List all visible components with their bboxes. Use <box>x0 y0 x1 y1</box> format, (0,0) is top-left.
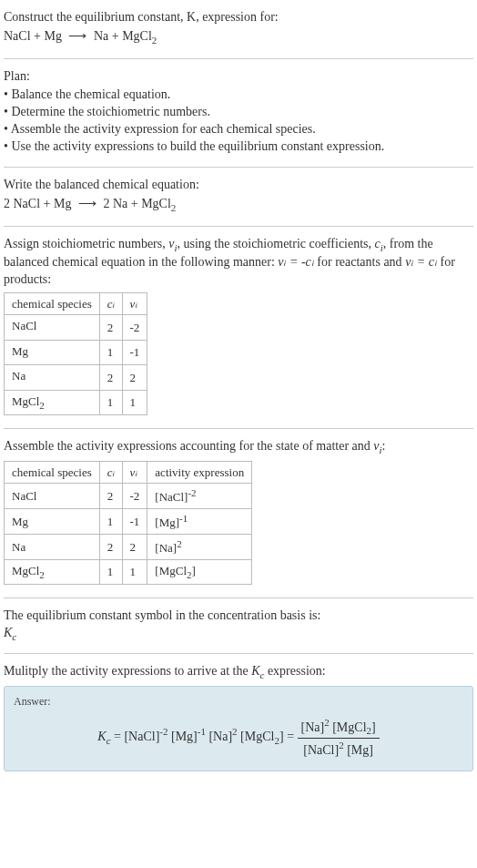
species-name: Mg <box>12 344 28 358</box>
cell-ci: 1 <box>99 509 122 535</box>
unbalanced-equation: NaCl + Mg ⟶ Na + MgCl2 <box>4 26 473 49</box>
cell-species: MgCl2 <box>5 560 100 585</box>
plan-item: Use the activity expressions to build th… <box>4 138 473 156</box>
table-row: NaCl 2 -2 [NaCl]-2 <box>5 484 252 509</box>
nu-eq-neg-c: νᵢ = -cᵢ <box>278 255 314 269</box>
answer-expression: Kc = [NaCl]-2 [Mg]-1 [Na]2 [MgCl2] = [Na… <box>14 712 463 763</box>
table-row: MgCl2 1 1 <box>5 390 147 414</box>
col-nui: νᵢ <box>122 292 147 315</box>
prompt-text: Construct the equilibrium constant, K, e… <box>4 9 473 26</box>
answer-label: Answer: <box>14 694 463 709</box>
reaction-arrow-icon: ⟶ <box>65 28 90 46</box>
eq-rhs: Na + MgCl <box>94 29 152 43</box>
multiply-text2: expression: <box>264 664 325 678</box>
plan-section: Plan: Balance the chemical equation. Det… <box>4 63 473 163</box>
num2-close: ] <box>371 720 376 734</box>
table-row: MgCl2 1 1 [MgCl2] <box>5 560 252 585</box>
col-ci: cᵢ <box>99 461 122 484</box>
divider <box>4 58 473 59</box>
divider <box>4 428 473 429</box>
species-sub: 2 <box>39 569 45 580</box>
species-name: NaCl <box>12 319 36 332</box>
num2: [MgCl <box>330 720 367 734</box>
term3: [Na] <box>206 730 232 743</box>
plan-list: Balance the chemical equation. Determine… <box>4 87 473 156</box>
eq-lhs: NaCl + Mg <box>4 29 62 43</box>
col-species: chemical species <box>5 292 100 315</box>
answer-box: Answer: Kc = [NaCl]-2 [Mg]-1 [Na]2 [MgCl… <box>4 686 473 771</box>
kc-symbol: Kc <box>4 625 473 644</box>
stoich-intro-text2: , using the stoichiometric coefficients, <box>177 237 374 250</box>
cell-nui: 1 <box>122 560 147 585</box>
species-name: MgCl <box>12 564 39 577</box>
kc-k: K <box>251 664 259 678</box>
term2: [Mg] <box>168 730 198 743</box>
cell-nui: -1 <box>122 340 147 364</box>
fraction-numerator: [Na]2 [MgCl2] <box>298 716 380 739</box>
col-ci: cᵢ <box>99 292 122 315</box>
table-row: NaCl 2 -2 <box>5 315 147 340</box>
plan-title: Plan: <box>4 68 473 86</box>
multiply-line: Mulitply the activity expressions to arr… <box>4 663 473 682</box>
multiply-text1: Mulitply the activity expressions to arr… <box>4 664 251 678</box>
table-header-row: chemical species cᵢ νᵢ <box>5 292 147 315</box>
plan-item: Balance the chemical equation. <box>4 87 473 104</box>
basis-section: The equilibrium constant symbol in the c… <box>4 602 473 649</box>
species-name: MgCl <box>12 394 39 408</box>
multiply-section: Mulitply the activity expressions to arr… <box>4 658 473 777</box>
cell-nui: -1 <box>122 509 147 535</box>
balanced-lhs: 2 NaCl + Mg <box>4 197 71 210</box>
cell-nui: -2 <box>122 484 147 509</box>
for-reactants: for reactants and <box>314 255 405 269</box>
cell-species: Mg <box>5 340 100 364</box>
cell-nui: 2 <box>122 535 147 560</box>
cell-ci: 2 <box>99 535 122 560</box>
divider <box>4 597 473 598</box>
expr-base: [MgCl <box>155 564 187 577</box>
activity-intro: Assemble the activity expressions accoun… <box>4 438 473 457</box>
divider <box>4 167 473 168</box>
col-species: chemical species <box>5 461 100 484</box>
table-header-row: chemical species cᵢ νᵢ activity expressi… <box>5 461 252 484</box>
table-row: Mg 1 -1 [Mg]-1 <box>5 509 252 535</box>
reaction-arrow-icon: ⟶ <box>75 196 100 213</box>
balanced-rhs-sub: 2 <box>171 202 177 213</box>
species-name: Na <box>12 369 25 383</box>
divider <box>4 653 473 654</box>
equals2: = <box>284 730 298 743</box>
expr-sup: 2 <box>177 538 182 549</box>
balanced-equation: 2 NaCl + Mg ⟶ 2 Na + MgCl2 <box>4 194 473 217</box>
col-nui: νᵢ <box>122 461 147 484</box>
expr-sup: -2 <box>188 487 196 498</box>
term4: [MgCl <box>238 730 275 743</box>
fraction: [Na]2 [MgCl2] [NaCl]2 [Mg] <box>298 716 380 760</box>
cell-ci: 2 <box>99 365 122 390</box>
cell-nui: -2 <box>122 315 147 340</box>
balanced-title: Write the balanced chemical equation: <box>4 177 473 194</box>
cell-species: Mg <box>5 509 100 535</box>
nu-eq-c: νᵢ = cᵢ <box>405 255 437 269</box>
cell-ci: 1 <box>99 390 122 414</box>
expr-base: [NaCl] <box>155 491 188 505</box>
expr-base: [Na] <box>155 542 177 556</box>
activity-section: Assemble the activity expressions accoun… <box>4 433 473 594</box>
kc-k: K <box>4 626 12 639</box>
cell-nui: 1 <box>122 390 147 414</box>
species-name: Mg <box>12 515 28 528</box>
cell-nui: 2 <box>122 365 147 390</box>
cell-ci: 2 <box>99 484 122 509</box>
eq-rhs-sub: 2 <box>152 35 157 46</box>
table-row: Mg 1 -1 <box>5 340 147 364</box>
stoich-intro-text: Assign stoichiometric numbers, <box>4 237 168 250</box>
cell-ci: 1 <box>99 560 122 585</box>
cell-species: Na <box>5 365 100 390</box>
stoich-table: chemical species cᵢ νᵢ NaCl 2 -2 Mg 1 -1… <box>4 292 147 415</box>
den1: [NaCl] <box>303 743 339 757</box>
stoich-section: Assign stoichiometric numbers, νi, using… <box>4 230 473 425</box>
cell-species: Na <box>5 535 100 560</box>
basis-line: The equilibrium constant symbol in the c… <box>4 608 473 625</box>
expr-sup: -1 <box>179 513 188 524</box>
balanced-section: Write the balanced chemical equation: 2 … <box>4 171 473 222</box>
cell-species: NaCl <box>5 484 100 509</box>
kc-sub: c <box>12 631 16 642</box>
